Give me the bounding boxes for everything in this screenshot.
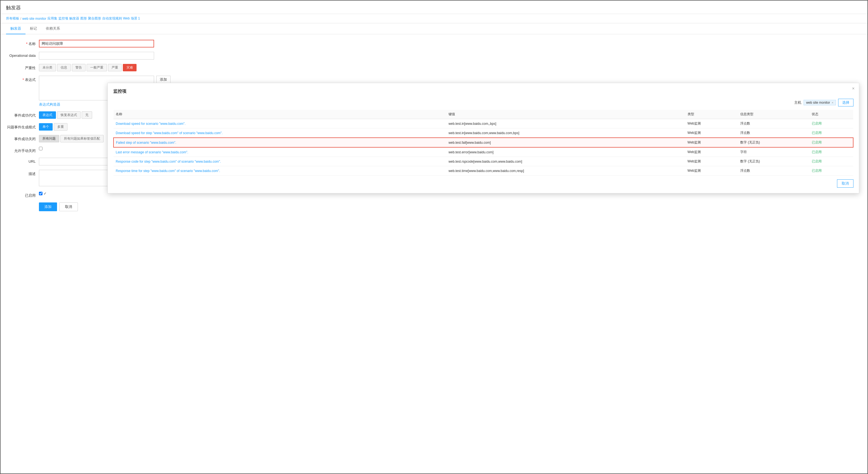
host-tag-remove[interactable]: × (832, 101, 833, 104)
modal-footer: 取消 (113, 179, 854, 188)
submit-button[interactable]: 添加 (39, 202, 57, 211)
operational-data-control (39, 52, 242, 60)
breadcrumb-compound-graph[interactable]: 聚合图形 (88, 16, 101, 21)
item-name-link[interactable]: Download speed for scenario "www.baidu.c… (116, 122, 186, 126)
breadcrumb-web-site-monitor[interactable]: web site monitor (22, 17, 46, 21)
sev-unclassified[interactable]: 未分类 (39, 64, 56, 71)
modal-cancel-button[interactable]: 取消 (837, 179, 854, 188)
sev-info[interactable]: 信息 (57, 64, 71, 71)
sev-disaster[interactable]: 灾难 (123, 64, 136, 71)
tab-depends[interactable]: 依赖关系 (41, 23, 64, 34)
operational-data-label: Operational data (6, 52, 39, 58)
breadcrumb-all-templates[interactable]: 所有模板 (6, 16, 19, 21)
table-row[interactable]: Download speed for scenario "www.baidu.c… (114, 119, 853, 128)
breadcrumb-trigger[interactable]: 触发器 (69, 16, 79, 21)
breadcrumb-sep1: / (20, 17, 21, 21)
event-success-label: 事件成功代代 (6, 111, 39, 118)
item-key: web.test.time[www.baidu.com,www.baidu.co… (446, 166, 685, 176)
item-name-link[interactable]: Response code for step "www.baidu.com" o… (116, 160, 221, 164)
manual-close-label: 允许手动关闭 (6, 147, 39, 153)
breadcrumb-auto-discovery[interactable]: 自动发现规则 (102, 16, 122, 21)
modal-host-label: 主机 (794, 100, 801, 105)
item-status: 已启用 (810, 128, 853, 138)
breadcrumb: 所有模板 / web site monitor 应用集 监控项 触发器 图形 聚… (1, 14, 867, 23)
item-type: Web监测 (685, 166, 738, 176)
sev-average[interactable]: 一般严重 (87, 64, 107, 71)
item-type: Web监测 (685, 128, 738, 138)
close-all-problems[interactable]: 所有问题 (39, 135, 59, 142)
breadcrumb-web-scene[interactable]: Web 场景 1 (123, 16, 140, 21)
col-status: 状态 (810, 110, 853, 119)
item-key: web.test.fail[www.baidu.com] (446, 138, 685, 147)
select-button[interactable]: 选择 (838, 99, 854, 107)
event-success-close-label: 事件成功关闭 (6, 135, 39, 142)
cancel-button[interactable]: 取消 (59, 202, 78, 211)
page-title: 触发器 (1, 1, 867, 14)
item-name-link[interactable]: Last error message of scenario "www.baid… (116, 150, 188, 154)
operational-data-row: Operational data (1, 52, 247, 60)
name-control (39, 40, 242, 48)
table-row[interactable]: Download speed for step "www.baidu.com" … (114, 128, 853, 138)
enabled-checkbox[interactable] (39, 192, 42, 195)
sev-high[interactable]: 严重 (108, 64, 122, 71)
host-tag: web site monitor × (804, 100, 836, 105)
item-status: 已启用 (810, 147, 853, 157)
severity-label: 严重性 (6, 64, 39, 70)
modal-header-row: 主机 web site monitor × 选择 (113, 99, 854, 107)
modal-title: 监控项 (113, 89, 854, 94)
event-success-expression[interactable]: 表达式 (39, 111, 56, 119)
action-buttons: 添加 取消 (1, 202, 247, 211)
breadcrumb-app-set[interactable]: 应用集 (48, 16, 57, 21)
item-type: Web监测 (685, 147, 738, 157)
item-status: 已启用 (810, 166, 853, 176)
name-label: 名称 (6, 40, 39, 47)
item-status: 已启用 (810, 119, 853, 128)
item-info-type: 字符 (738, 147, 810, 157)
item-name-link[interactable]: Download speed for step "www.baidu.com" … (116, 131, 223, 135)
monitor-modal: 监控项 × 主机 web site monitor × 选择 名称 键值 类型 … (107, 83, 859, 194)
sev-warning[interactable]: 警告 (72, 64, 86, 71)
item-info-type: 浮点数 (738, 128, 810, 138)
url-label: URL (6, 158, 39, 164)
col-type: 类型 (685, 110, 738, 119)
item-type: Web监测 (685, 157, 738, 166)
breadcrumb-graph[interactable]: 图形 (80, 16, 87, 21)
item-info-type: 数字 (无正负) (738, 157, 810, 166)
table-row[interactable]: Response time for step "www.baidu.com" o… (114, 166, 853, 176)
problem-event-multi[interactable]: 多重 (54, 123, 67, 130)
item-status: 已启用 (810, 138, 853, 147)
operational-data-input[interactable] (39, 52, 154, 60)
table-row[interactable]: Failed step of scenario "www.baidu.com".… (114, 138, 853, 147)
tab-bar: 触发器 标记 依赖关系 (1, 23, 867, 34)
name-row: 名称 (1, 40, 247, 48)
name-input[interactable] (39, 40, 154, 48)
enabled-label: 已启用 (6, 191, 39, 198)
item-key: web.test.in[www.baidu.com,,bps] (446, 119, 685, 128)
table-row[interactable]: Last error message of scenario "www.baid… (114, 147, 853, 157)
item-name-link[interactable]: Response time for step "www.baidu.com" o… (116, 169, 220, 173)
enabled-check-icon: ✓ (43, 191, 46, 196)
main-window: 触发器 所有模板 / web site monitor 应用集 监控项 触发器 … (0, 0, 868, 474)
table-row[interactable]: Response code for step "www.baidu.com" o… (114, 157, 853, 166)
expression-add-button[interactable]: 添加 (156, 76, 170, 83)
description-label: 描述 (6, 170, 39, 176)
tab-tags[interactable]: 标记 (26, 23, 41, 34)
col-key: 键值 (446, 110, 685, 119)
manual-close-checkbox[interactable] (39, 147, 42, 150)
event-success-none[interactable]: 无 (82, 111, 92, 119)
col-info-type: 信息类型 (738, 110, 810, 119)
problem-event-label: 问题事件生成模式 (6, 123, 39, 130)
item-name-link[interactable]: Failed step of scenario "www.baidu.com". (116, 141, 176, 145)
close-if-tags-match[interactable]: 所有问题如果标签值匹配 (60, 135, 104, 142)
item-type: Web监测 (685, 119, 738, 128)
problem-event-single[interactable]: 单个 (39, 123, 53, 130)
tab-trigger[interactable]: 触发器 (6, 23, 26, 34)
modal-close-button[interactable]: × (852, 86, 855, 91)
item-key: web.test.in[www.baidu.com,www.baidu.com,… (446, 128, 685, 138)
modal-table: 名称 键值 类型 信息类型 状态 Download speed for scen… (113, 110, 854, 176)
table-header-row: 名称 键值 类型 信息类型 状态 (114, 110, 853, 119)
event-success-recovery[interactable]: 恢复表达式 (57, 111, 81, 119)
breadcrumb-monitor[interactable]: 监控项 (58, 16, 68, 21)
expression-builder-link[interactable]: 表达式构造器 (39, 102, 60, 107)
expression-label: 表达式 (6, 76, 39, 82)
